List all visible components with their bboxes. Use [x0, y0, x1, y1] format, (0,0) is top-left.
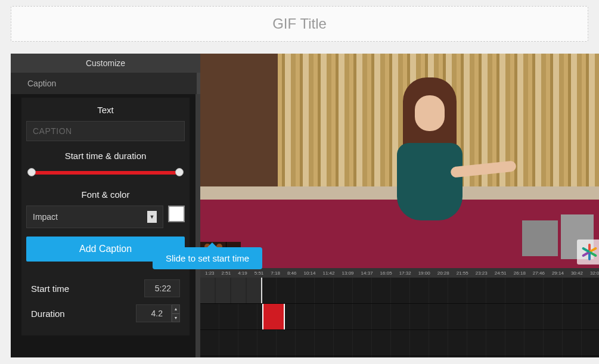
- timeline-tracks[interactable]: [200, 278, 599, 357]
- text-label: Text: [26, 105, 185, 115]
- start-time-value[interactable]: 5:22: [144, 279, 180, 297]
- stepper-up-icon[interactable]: ▲: [172, 305, 179, 314]
- sidebar: Customize Caption Text Start time & dura…: [11, 54, 200, 357]
- watermark-logo: [577, 239, 599, 265]
- ruler-tick: 32:09: [590, 270, 599, 276]
- caption-panel: Text Start time & duration Font & color …: [11, 94, 200, 357]
- ruler-tick: 19:00: [418, 270, 430, 276]
- time-panel: Start time 5:22 Duration 4.2 ▲ ▼: [21, 269, 190, 335]
- title-input-placeholder[interactable]: GIF Title: [11, 6, 588, 42]
- time-duration-slider[interactable]: [30, 167, 181, 179]
- slider-start-thumb[interactable]: [27, 168, 36, 176]
- ruler-tick: 20:28: [437, 270, 449, 276]
- color-picker[interactable]: [168, 206, 185, 222]
- ruler-tick: 5:51: [255, 270, 264, 276]
- chevron-down-icon: ▼: [147, 211, 157, 223]
- workspace: Customize Caption Text Start time & dura…: [11, 54, 588, 357]
- font-select-value: Impact: [33, 212, 58, 222]
- ruler-tick: 23:23: [476, 270, 488, 276]
- track-empty[interactable]: [200, 330, 599, 356]
- ruler-tick: 16:05: [380, 270, 392, 276]
- ruler-tick: 17:32: [399, 270, 411, 276]
- ruler-tick: 27:46: [533, 270, 545, 276]
- ruler-tick: 30:42: [571, 270, 583, 276]
- ruler-tick: 14:37: [361, 270, 373, 276]
- ruler-tick: 13:09: [342, 270, 354, 276]
- start-time-label: Start time: [31, 284, 69, 294]
- timeline[interactable]: 1:232:514:195:517:188:4610:1411:4213:091…: [200, 268, 599, 357]
- ruler-tick: 24:51: [495, 270, 507, 276]
- ruler-tick: 10:14: [303, 270, 315, 276]
- tooltip-start-time: Slide to set start time: [153, 247, 262, 269]
- preview-area: ▶ 1:232:514:195:517:188:4610:1411:4213:0…: [200, 54, 599, 357]
- person-figure: [373, 77, 492, 232]
- font-label: Font & color: [26, 189, 185, 200]
- duration-stepper[interactable]: ▲ ▼: [172, 304, 180, 322]
- video-clip[interactable]: [200, 278, 262, 303]
- duration-value[interactable]: 4.2: [136, 304, 172, 322]
- duration-label: Duration: [31, 309, 65, 319]
- track-caption[interactable]: [200, 304, 599, 330]
- timeline-ruler: 1:232:514:195:517:188:4610:1411:4213:091…: [200, 268, 599, 278]
- caption-input[interactable]: [26, 121, 185, 141]
- ruler-tick: 4:19: [238, 270, 247, 276]
- ruler-tick: 1:23: [205, 270, 215, 276]
- slider-label: Start time & duration: [26, 151, 185, 161]
- customize-header: Customize: [11, 54, 200, 73]
- ruler-tick: 8:46: [287, 270, 297, 276]
- video-preview[interactable]: ▶: [200, 54, 599, 268]
- track-video[interactable]: [200, 278, 599, 304]
- stepper-down-icon[interactable]: ▼: [172, 314, 179, 322]
- ruler-tick: 11:42: [323, 270, 335, 276]
- tab-caption[interactable]: Caption: [11, 73, 200, 94]
- ruler-tick: 29:14: [552, 270, 564, 276]
- ruler-tick: 21:55: [457, 270, 468, 276]
- ruler-tick: 26:18: [514, 270, 526, 276]
- ruler-tick: 2:51: [222, 270, 231, 276]
- ruler-tick: 7:18: [271, 270, 280, 276]
- caption-clip[interactable]: [262, 304, 285, 329]
- font-select[interactable]: Impact ▼: [26, 206, 163, 228]
- slider-end-thumb[interactable]: [175, 168, 184, 176]
